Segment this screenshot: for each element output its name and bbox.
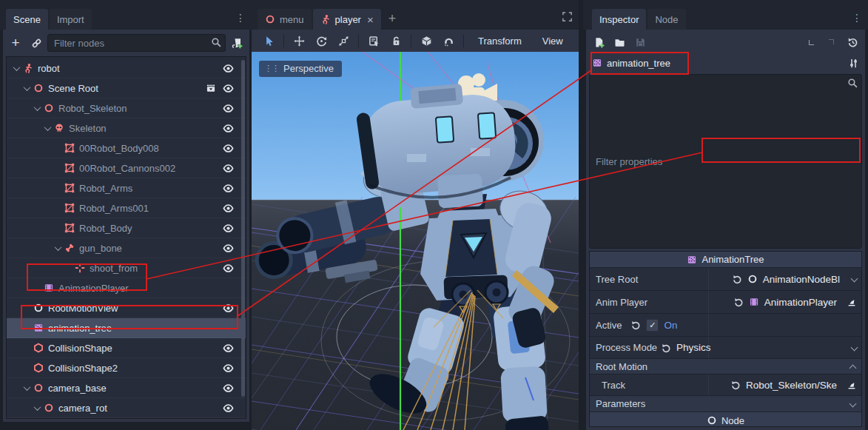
- expand-caret-icon[interactable]: [11, 66, 21, 71]
- chevron-down-icon[interactable]: [851, 276, 857, 282]
- scene-tab-player[interactable]: player×: [313, 9, 381, 30]
- tab-node[interactable]: Node: [647, 9, 685, 30]
- scene-panel-menu-icon[interactable]: ⋮: [235, 12, 252, 30]
- scene-tab-menu[interactable]: menu: [258, 9, 312, 30]
- instance-scene-button[interactable]: [27, 34, 46, 52]
- visibility-eye-icon[interactable]: [223, 403, 234, 414]
- checkbox-checked[interactable]: ✓: [646, 319, 659, 332]
- visibility-eye-icon[interactable]: [223, 303, 234, 314]
- scene-tabbar: SceneImport ⋮: [0, 0, 252, 30]
- visibility-eye-icon[interactable]: [223, 83, 234, 94]
- tree-item-collisionshape[interactable]: CollisionShape: [7, 338, 246, 358]
- visibility-eye-icon[interactable]: [223, 263, 234, 274]
- tree-item-shoot_from[interactable]: shoot_from: [7, 258, 246, 278]
- lock-icon[interactable]: [385, 31, 407, 50]
- tree-item-camera_rot[interactable]: camera_rot: [7, 398, 246, 418]
- tree-item-camera_base[interactable]: camera_base: [7, 378, 246, 398]
- revert-icon[interactable]: [730, 380, 741, 390]
- select-tool[interactable]: [258, 31, 280, 50]
- menu-transform[interactable]: Transform: [468, 36, 532, 47]
- history-back-icon[interactable]: [801, 33, 821, 51]
- visibility-eye-icon[interactable]: [223, 243, 234, 254]
- toolbar-separator: [463, 34, 464, 47]
- add-node-button[interactable]: +: [6, 34, 25, 52]
- save-resource-icon[interactable]: [630, 33, 650, 51]
- inspector-panel-menu-icon[interactable]: ⋮: [852, 12, 868, 30]
- panel-divider[interactable]: [579, 0, 583, 430]
- expand-caret-icon[interactable]: [42, 126, 53, 131]
- new-resource-icon[interactable]: [589, 33, 608, 51]
- inspected-node-row: animation_tree: [589, 52, 862, 74]
- tab-inspector[interactable]: Inspector: [592, 9, 646, 30]
- group-icon[interactable]: [415, 31, 437, 50]
- chevron-down-icon[interactable]: [851, 345, 857, 351]
- assign-icon[interactable]: [847, 380, 857, 390]
- visibility-eye-icon[interactable]: [223, 203, 234, 214]
- section-parameters[interactable]: Parameters: [590, 396, 861, 412]
- viewport-3d[interactable]: ⋮⋮ Perspective: [252, 52, 579, 430]
- tree-item-robot_body[interactable]: Robot_Body: [7, 218, 246, 238]
- close-tab-icon[interactable]: ×: [367, 14, 374, 25]
- visibility-eye-icon[interactable]: [223, 123, 234, 134]
- revert-icon[interactable]: [630, 320, 641, 330]
- property-value[interactable]: Physics: [676, 342, 711, 353]
- history-icon[interactable]: [843, 33, 862, 51]
- tree-item-skeleton[interactable]: Skeleton: [7, 118, 246, 138]
- expand-caret-icon[interactable]: [21, 86, 32, 91]
- tree-item-00robot_cannons002[interactable]: 00Robot_Cannons002: [7, 158, 246, 178]
- extra-tools-icon[interactable]: [848, 58, 859, 69]
- revert-icon[interactable]: [661, 343, 671, 353]
- visibility-eye-icon[interactable]: [223, 63, 234, 74]
- revert-icon[interactable]: [732, 274, 742, 284]
- visibility-eye-icon[interactable]: [223, 343, 234, 354]
- visibility-eye-icon[interactable]: [223, 223, 234, 234]
- filter-properties-input[interactable]: [589, 74, 862, 249]
- rotate-tool[interactable]: [310, 31, 332, 50]
- clap-badge-icon[interactable]: [206, 83, 216, 93]
- expand-caret-icon[interactable]: [32, 106, 42, 111]
- snap-icon[interactable]: [437, 31, 460, 50]
- expand-caret-icon[interactable]: [32, 406, 42, 411]
- expand-caret-icon[interactable]: [53, 246, 63, 251]
- move-tool[interactable]: [288, 31, 310, 50]
- tree-item-gun_bone[interactable]: gun_bone: [7, 238, 246, 258]
- section-root-motion[interactable]: Root Motion: [590, 359, 861, 374]
- tree-item-00robot_body008[interactable]: 00Robot_Body008: [7, 138, 246, 158]
- assign-icon[interactable]: [847, 297, 857, 307]
- list-select-tool[interactable]: [363, 31, 385, 50]
- tree-item-collisionshape2[interactable]: CollisionShape2: [7, 358, 246, 378]
- property-value[interactable]: AnimationNodeBl: [763, 274, 840, 285]
- property-value[interactable]: AnimationPlayer: [764, 297, 837, 308]
- circ-node-icon: [32, 83, 44, 93]
- load-resource-icon[interactable]: [610, 33, 629, 51]
- visibility-eye-icon[interactable]: [223, 363, 234, 374]
- tree-item-robot_arms001[interactable]: Robot_Arms001: [7, 198, 246, 218]
- tree-item-robot[interactable]: robot: [7, 58, 246, 78]
- perspective-menu[interactable]: ⋮⋮ Perspective: [259, 61, 342, 77]
- menu-view[interactable]: View: [532, 36, 573, 47]
- property-value[interactable]: Robot_Skeleton/Ske: [746, 380, 837, 391]
- distraction-free-icon[interactable]: [562, 11, 579, 30]
- tree-item-robot_skeleton[interactable]: Robot_Skeleton: [7, 98, 246, 118]
- scale-tool[interactable]: [332, 31, 354, 50]
- tree-item-robot_arms[interactable]: Robot_Arms: [7, 178, 246, 198]
- revert-icon[interactable]: [733, 297, 744, 307]
- tree-item-animation_tree[interactable]: animation_tree: [7, 318, 246, 338]
- filter-nodes-input[interactable]: [47, 34, 226, 52]
- visibility-eye-icon[interactable]: [223, 383, 234, 394]
- tree-item-scene root[interactable]: Scene Root: [7, 78, 246, 98]
- history-forward-icon[interactable]: [822, 33, 841, 51]
- tree-item-camera[interactable]: Camera: [7, 418, 246, 419]
- new-scene-tab-button[interactable]: +: [383, 11, 403, 30]
- tree-item-rootmotionview[interactable]: RootMotionView: [7, 298, 246, 318]
- visibility-eye-icon[interactable]: [223, 103, 234, 114]
- tab-scene[interactable]: Scene: [6, 9, 48, 30]
- expand-caret-icon[interactable]: [21, 386, 32, 391]
- visibility-eye-icon[interactable]: [223, 163, 234, 174]
- visibility-eye-icon[interactable]: [223, 183, 234, 194]
- scene-panel: + robotScene RootRobot_SkeletonSkeleton0…: [3, 30, 249, 422]
- attach-script-button[interactable]: [227, 34, 246, 52]
- visibility-eye-icon[interactable]: [223, 143, 234, 154]
- tree-item-animationplayer[interactable]: AnimationPlayer: [7, 278, 246, 298]
- tab-import[interactable]: Import: [50, 9, 92, 30]
